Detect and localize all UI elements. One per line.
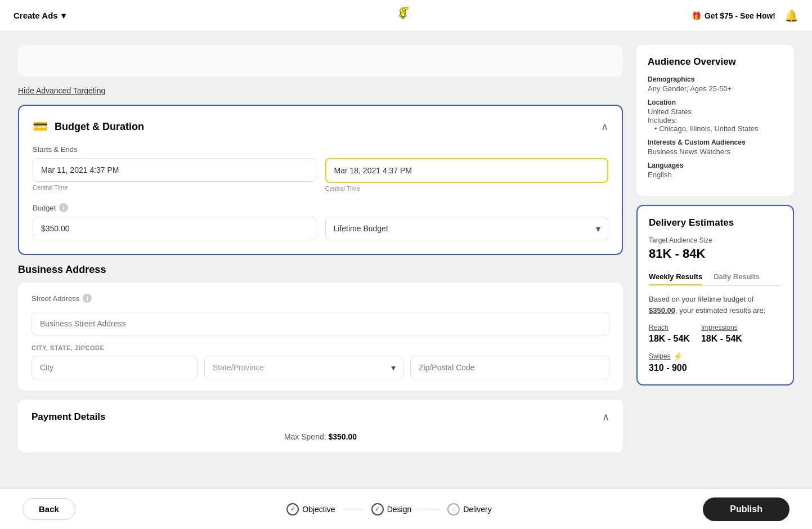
interests-label: Interests & Custom Audiences: [648, 138, 783, 146]
tab-weekly-results[interactable]: Weekly Results: [649, 269, 702, 285]
impressions-metric: Impressions 18K - 54K: [701, 324, 742, 344]
reach-metric: Reach 18K - 54K: [649, 324, 690, 344]
desc-pre: Based on your lifetime budget of: [649, 295, 753, 303]
payment-header: Payment Details ∧: [32, 411, 609, 423]
card-title-row: 💳 Budget & Duration: [33, 119, 144, 134]
publish-button[interactable]: Publish: [703, 497, 789, 521]
languages-value: English: [648, 171, 783, 179]
impressions-value: 18K - 54K: [701, 334, 742, 344]
state-select[interactable]: State/Province: [204, 356, 403, 379]
budget-amount-input[interactable]: [33, 217, 316, 240]
delivery-check-icon: ○: [447, 503, 460, 515]
location-label: Location: [648, 98, 783, 106]
step-objective: ✓ Objective: [286, 503, 335, 515]
location-city: • Chicago, Illinois, United States: [648, 124, 783, 133]
max-spend-row: Max Spend: $350.00: [32, 432, 609, 441]
tab-daily-results[interactable]: Daily Results: [714, 269, 760, 285]
hide-targeting-link[interactable]: Hide Advanced Targeting: [18, 86, 623, 96]
create-ads-menu[interactable]: Create Ads ▾: [14, 11, 66, 21]
audience-overview-card: Audience Overview Demographics Any Gende…: [636, 45, 794, 196]
step-delivery: ○ Delivery: [447, 503, 492, 515]
start-date-input[interactable]: [33, 158, 316, 182]
demographics-value: Any Gender, Ages 25-50+: [648, 84, 783, 93]
street-info-icon: i: [83, 294, 92, 303]
main-layout: Hide Advanced Targeting 💳 Budget & Durat…: [0, 32, 812, 488]
bottom-bar: Back ✓ Objective ✓ Design ○ Delivery Pub…: [0, 488, 812, 529]
street-label-row: Street Address i: [32, 294, 609, 303]
collapse-icon[interactable]: ∧: [601, 120, 608, 133]
budget-row: Lifetime Budget Daily Budget: [33, 217, 608, 240]
design-label: Design: [387, 505, 412, 514]
target-audience-size: 81K - 84K: [649, 246, 782, 261]
notification-bell-icon[interactable]: 🔔: [784, 9, 798, 23]
promo-button[interactable]: 🎁 Get $75 - See How!: [692, 11, 775, 20]
reach-label: Reach: [649, 324, 690, 331]
budget-amount-field: [33, 217, 316, 240]
delivery-estimates-card: Delivery Estimates Target Audience Size …: [636, 205, 794, 385]
city-state-zip-label: CITY, STATE, ZIPCODE: [32, 344, 609, 351]
impressions-label: Impressions: [701, 324, 742, 331]
reach-value: 18K - 54K: [649, 334, 690, 344]
delivery-label: Delivery: [463, 505, 492, 514]
budget-icon: 💳: [33, 119, 48, 134]
state-field: State/Province: [204, 356, 403, 379]
budget-duration-title: Budget & Duration: [55, 121, 144, 133]
max-spend-amount: $350.00: [329, 432, 357, 441]
starts-ends-label: Starts & Ends: [33, 145, 608, 154]
objective-label: Objective: [302, 505, 335, 514]
chevron-down-icon: ▾: [61, 11, 66, 21]
step-design: ✓ Design: [371, 503, 412, 515]
design-check-icon: ✓: [371, 503, 384, 515]
swipes-emoji-icon: ⚡: [673, 352, 683, 361]
step-connector-1: [342, 509, 365, 509]
budget-type-select[interactable]: Lifetime Budget Daily Budget: [325, 217, 609, 240]
demographics-section: Demographics Any Gender, Ages 25-50+: [648, 75, 783, 93]
gift-icon: 🎁: [692, 11, 701, 20]
city-state-zip-row: State/Province: [32, 356, 609, 379]
promo-label: Get $75 - See How!: [705, 11, 775, 20]
budget-info-icon: i: [59, 203, 68, 212]
audience-overview-title: Audience Overview: [648, 56, 783, 68]
topnav: Create Ads ▾ 🎁 Get $75 - See How! 🔔: [0, 0, 812, 32]
swipes-metric: Swipes ⚡ 310 - 900: [649, 352, 782, 373]
languages-label: Languages: [648, 162, 783, 169]
delivery-estimates-title: Delivery Estimates: [649, 217, 782, 228]
left-column: Hide Advanced Targeting 💳 Budget & Durat…: [18, 45, 623, 475]
street-label: Street Address: [32, 294, 79, 303]
city-input[interactable]: [32, 356, 198, 379]
hide-targeting-label: Hide Advanced Targeting: [18, 86, 105, 95]
end-date-input[interactable]: [325, 158, 609, 183]
objective-check-icon: ✓: [286, 503, 299, 515]
end-timezone-label: Central Time: [325, 185, 609, 192]
interests-value: Business News Watchers: [648, 147, 783, 156]
zip-input[interactable]: [410, 356, 609, 379]
business-address-title: Business Address: [18, 264, 623, 276]
max-spend-label: Max Spend:: [284, 432, 326, 441]
address-card: Street Address i CITY, STATE, ZIPCODE St…: [18, 283, 623, 391]
budget-type-field: Lifetime Budget Daily Budget: [325, 217, 609, 240]
desc-amount: $350.00: [649, 306, 675, 315]
swipes-value: 310 - 900: [649, 363, 782, 373]
languages-section: Languages English: [648, 162, 783, 179]
payment-collapse-icon[interactable]: ∧: [602, 411, 609, 423]
metrics-row: Reach 18K - 54K Impressions 18K - 54K: [649, 324, 782, 344]
advanced-targeting-placeholder: [18, 45, 623, 77]
payment-title: Payment Details: [32, 411, 105, 423]
location-country: United States: [648, 107, 783, 116]
target-audience-label: Target Audience Size: [649, 236, 782, 244]
budget-label: Budget: [33, 204, 56, 212]
budget-duration-card: 💳 Budget & Duration ∧ Starts & Ends Cent…: [18, 105, 623, 255]
delivery-description: Based on your lifetime budget of $350.00…: [649, 294, 782, 316]
starts-ends-row: Central Time Central Time: [33, 158, 608, 192]
payment-details-card: Payment Details ∧ Max Spend: $350.00: [18, 400, 623, 452]
start-date-field: Central Time: [33, 158, 316, 192]
interests-section: Interests & Custom Audiences Business Ne…: [648, 138, 783, 156]
card-header: 💳 Budget & Duration ∧: [33, 119, 608, 134]
start-timezone-label: Central Time: [33, 184, 316, 191]
street-address-input[interactable]: [32, 312, 609, 335]
swipes-label-row: Swipes ⚡: [649, 352, 782, 361]
back-button[interactable]: Back: [23, 498, 75, 520]
create-ads-label: Create Ads: [14, 11, 58, 20]
step-connector-2: [418, 509, 441, 509]
topnav-right: 🎁 Get $75 - See How! 🔔: [692, 9, 798, 23]
